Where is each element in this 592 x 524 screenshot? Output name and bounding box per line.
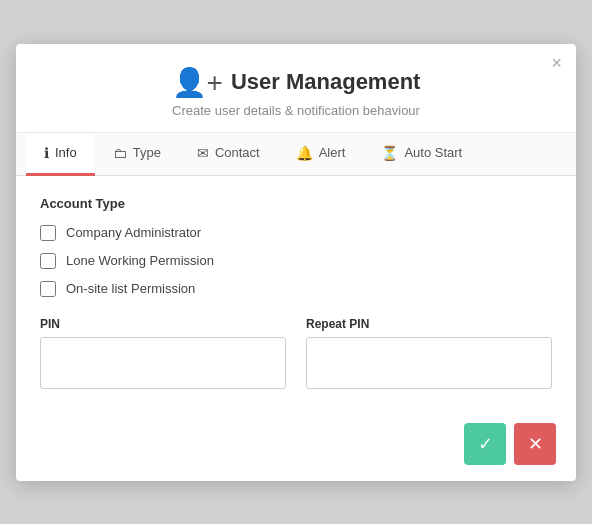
checkbox-lone-working[interactable] bbox=[40, 253, 56, 269]
hourglass-icon: ⏳ bbox=[381, 145, 398, 161]
account-type-title: Account Type bbox=[40, 196, 552, 211]
modal-container: × 👤+ User Management Create user details… bbox=[16, 44, 576, 481]
pin-group: PIN bbox=[40, 317, 286, 389]
confirm-button[interactable]: ✓ bbox=[464, 423, 506, 465]
folder-icon: 🗀 bbox=[113, 145, 127, 161]
repeat-pin-label: Repeat PIN bbox=[306, 317, 552, 331]
repeat-pin-input[interactable] bbox=[306, 337, 552, 389]
close-button[interactable]: × bbox=[551, 54, 562, 72]
tab-alert[interactable]: 🔔 Alert bbox=[278, 133, 364, 176]
checkbox-company-admin[interactable] bbox=[40, 225, 56, 241]
checkbox-lone-working-label: Lone Working Permission bbox=[66, 253, 214, 268]
bell-icon: 🔔 bbox=[296, 145, 313, 161]
tab-autostart-label: Auto Start bbox=[404, 145, 462, 160]
modal-footer: ✓ ✕ bbox=[16, 413, 576, 481]
cancel-icon: ✕ bbox=[528, 433, 543, 455]
tab-alert-label: Alert bbox=[319, 145, 346, 160]
checkbox-onsite-list-label: On-site list Permission bbox=[66, 281, 195, 296]
modal-subtitle: Create user details & notification behav… bbox=[36, 103, 556, 118]
pin-input[interactable] bbox=[40, 337, 286, 389]
checkbox-row-company: Company Administrator bbox=[40, 225, 552, 241]
checkbox-company-admin-label: Company Administrator bbox=[66, 225, 201, 240]
cancel-button[interactable]: ✕ bbox=[514, 423, 556, 465]
modal-header: 👤+ User Management Create user details &… bbox=[16, 44, 576, 133]
modal-body: Account Type Company Administrator Lone … bbox=[16, 176, 576, 413]
confirm-icon: ✓ bbox=[478, 433, 493, 455]
pin-row: PIN Repeat PIN bbox=[40, 317, 552, 389]
tab-contact-label: Contact bbox=[215, 145, 260, 160]
title-row: 👤+ User Management bbox=[36, 66, 556, 99]
checkbox-row-onsite: On-site list Permission bbox=[40, 281, 552, 297]
tab-info[interactable]: ℹ Info bbox=[26, 133, 95, 176]
info-icon: ℹ bbox=[44, 145, 49, 161]
envelope-icon: ✉ bbox=[197, 145, 209, 161]
tab-bar: ℹ Info 🗀 Type ✉ Contact 🔔 Alert ⏳ Auto S… bbox=[16, 133, 576, 176]
user-management-icon: 👤+ bbox=[172, 66, 223, 99]
tab-autostart[interactable]: ⏳ Auto Start bbox=[363, 133, 480, 176]
tab-type-label: Type bbox=[133, 145, 161, 160]
checkbox-onsite-list[interactable] bbox=[40, 281, 56, 297]
tab-type[interactable]: 🗀 Type bbox=[95, 133, 179, 176]
pin-label: PIN bbox=[40, 317, 286, 331]
modal-title: User Management bbox=[231, 69, 421, 95]
repeat-pin-group: Repeat PIN bbox=[306, 317, 552, 389]
tab-contact[interactable]: ✉ Contact bbox=[179, 133, 278, 176]
tab-info-label: Info bbox=[55, 145, 77, 160]
modal-overlay: × 👤+ User Management Create user details… bbox=[0, 0, 592, 524]
checkbox-row-lone: Lone Working Permission bbox=[40, 253, 552, 269]
